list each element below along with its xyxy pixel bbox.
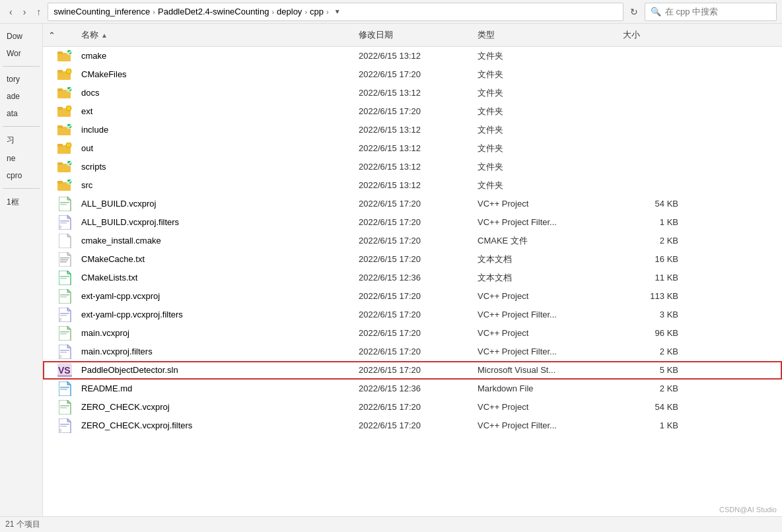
breadcrumb-item-3[interactable]: deploy [277, 7, 302, 17]
file-name-9: ALL_BUILD.vcxproj.filters [76, 216, 353, 228]
file-type-20: VC++ Project Filter... [472, 419, 618, 432]
nav-up-button[interactable]: ↑ [32, 5, 45, 18]
file-type-1: 文件夹 [472, 67, 618, 82]
svg-rect-60 [60, 352, 67, 353]
file-name-5: out [76, 142, 353, 154]
file-size-14: 3 KB [618, 308, 684, 321]
sidebar-item-cpro[interactable]: cpro [3, 168, 40, 183]
file-icon-9: ≡ [43, 215, 76, 230]
file-row[interactable]: CMakeLists.txt 2022/6/15 12:36 文本文档 11 K… [43, 269, 782, 287]
file-icon-19 [43, 400, 76, 415]
file-size-9: 1 KB [618, 216, 684, 228]
file-row[interactable]: out 2022/6/15 13:12 文件夹 [43, 139, 782, 158]
file-type-17: Microsoft Visual St... [472, 364, 618, 376]
file-type-9: VC++ Project Filter... [472, 216, 618, 228]
file-name-19: ZERO_CHECK.vcxproj [76, 401, 353, 413]
file-size-1 [618, 73, 684, 76]
file-type-19: VC++ Project [472, 401, 618, 413]
file-row[interactable]: scripts 2022/6/15 13:12 文件夹 [43, 158, 782, 176]
breadcrumb-sep-1: › [153, 8, 155, 16]
file-row[interactable]: CMakeFiles 2022/6/15 17:20 文件夹 [43, 65, 782, 84]
file-date-13: 2022/6/15 17:20 [353, 290, 472, 302]
file-row[interactable]: ALL_BUILD.vcxproj 2022/6/15 17:20 VC++ P… [43, 195, 782, 213]
file-row[interactable]: include 2022/6/15 13:12 文件夹 [43, 121, 782, 139]
svg-rect-30 [60, 220, 69, 222]
file-row[interactable]: ≡ ALL_BUILD.vcxproj.filters 2022/6/15 17… [43, 213, 782, 232]
file-name-20: ZERO_CHECK.vcxproj.filters [76, 419, 353, 432]
col-header-expand[interactable]: ⌃ [43, 26, 76, 44]
nav-forward-button[interactable]: › [19, 5, 30, 18]
file-date-3: 2022/6/15 17:20 [353, 105, 472, 117]
col-type-label: 类型 [478, 29, 495, 41]
svg-marker-54 [67, 326, 71, 329]
file-date-7: 2022/6/15 13:12 [353, 179, 472, 191]
sidebar-item-history[interactable]: tory [3, 72, 40, 86]
file-row[interactable]: src 2022/6/15 13:12 文件夹 [43, 176, 782, 195]
svg-rect-56 [60, 333, 67, 335]
svg-rect-71 [60, 405, 69, 407]
sidebar-item-workspace[interactable]: Wor [3, 46, 40, 61]
file-size-7 [618, 184, 684, 187]
sidebar-item-data[interactable]: ata [3, 106, 40, 121]
sidebar-item-downloads[interactable]: Dow [3, 29, 40, 44]
file-date-19: 2022/6/15 17:20 [353, 401, 472, 413]
col-header-type[interactable]: 类型 [472, 26, 618, 44]
file-icon-11 [43, 252, 76, 267]
search-input[interactable] [665, 7, 771, 17]
file-type-10: CMAKE 文件 [472, 234, 618, 248]
file-name-10: cmake_install.cmake [76, 234, 353, 247]
nav-back-button[interactable]: ‹ [5, 5, 17, 18]
file-type-18: Markdown File [472, 382, 618, 395]
sidebar-item-frame[interactable]: 1框 [3, 194, 40, 211]
sidebar-divider-3 [3, 188, 40, 189]
file-icon-20: ≡ [43, 418, 76, 433]
sidebar-item-blade[interactable]: ade [3, 89, 40, 104]
file-size-15: 96 KB [618, 327, 684, 339]
sidebar-item-learn[interactable]: 习 [3, 132, 40, 149]
file-row[interactable]: ≡ main.vcxproj.filters 2022/6/15 17:20 V… [43, 343, 782, 361]
file-row[interactable]: README.md 2022/6/15 12:36 Markdown File … [43, 380, 782, 398]
file-row[interactable]: CMakeCache.txt 2022/6/15 17:20 文本文档 16 K… [43, 250, 782, 269]
svg-marker-49 [67, 308, 71, 311]
column-header: ⌃ 名称 ▲ 修改日期 类型 大小 [43, 24, 782, 47]
file-row[interactable]: ≡ ZERO_CHECK.vcxproj.filters 2022/6/15 1… [43, 416, 782, 435]
breadcrumb-item-2[interactable]: PaddleDet2.4-swineCounting [158, 7, 269, 17]
file-row[interactable]: ext 2022/6/15 17:20 文件夹 [43, 102, 782, 121]
file-date-6: 2022/6/15 13:12 [353, 160, 472, 173]
sidebar-item-online[interactable]: ne [3, 151, 40, 166]
col-header-size[interactable]: 大小 [618, 26, 684, 44]
breadcrumb-sep-4: › [326, 8, 329, 16]
file-size-16: 2 KB [618, 345, 684, 358]
breadcrumb-sep-2: › [271, 8, 274, 16]
file-icon-16: ≡ [43, 345, 76, 359]
refresh-button[interactable]: ↻ [626, 5, 642, 18]
file-size-17: 5 KB [618, 364, 684, 376]
svg-text:≡: ≡ [59, 317, 62, 321]
file-row[interactable]: ZERO_CHECK.vcxproj 2022/6/15 17:20 VC++ … [43, 398, 782, 416]
breadcrumb-item-4[interactable]: cpp [310, 7, 324, 17]
file-type-6: 文件夹 [472, 160, 618, 174]
file-row[interactable]: ≡ ext-yaml-cpp.vcxproj.filters 2022/6/15… [43, 306, 782, 324]
file-icon-12 [43, 271, 76, 285]
col-header-date[interactable]: 修改日期 [353, 26, 472, 44]
breadcrumb-dropdown-button[interactable]: ▼ [332, 8, 343, 15]
file-row[interactable]: VS PaddleObjectDetector.sln 2022/6/15 17… [43, 361, 782, 380]
file-size-18: 2 KB [618, 382, 684, 395]
breadcrumb-item-1[interactable]: swineCounting_inference [53, 7, 150, 17]
file-name-1: CMakeFiles [76, 68, 353, 81]
svg-rect-76 [60, 426, 67, 427]
file-size-6 [618, 166, 684, 168]
file-row[interactable]: ext-yaml-cpp.vcxproj 2022/6/15 17:20 VC+… [43, 287, 782, 306]
file-type-16: VC++ Project Filter... [472, 345, 618, 358]
file-date-8: 2022/6/15 17:20 [353, 197, 472, 210]
file-icon-10 [43, 234, 76, 248]
col-header-name[interactable]: 名称 ▲ [76, 26, 353, 44]
file-row[interactable]: cmake 2022/6/15 13:12 文件夹 [43, 47, 782, 65]
file-row[interactable]: docs 2022/6/15 13:12 文件夹 [43, 84, 782, 102]
file-size-4 [618, 129, 684, 131]
file-row[interactable]: cmake_install.cmake 2022/6/15 17:20 CMAK… [43, 232, 782, 250]
file-name-6: scripts [76, 160, 353, 173]
file-icon-1 [43, 69, 76, 81]
breadcrumb-sep-3: › [304, 8, 307, 16]
file-row[interactable]: main.vcxproj 2022/6/15 17:20 VC++ Projec… [43, 324, 782, 343]
